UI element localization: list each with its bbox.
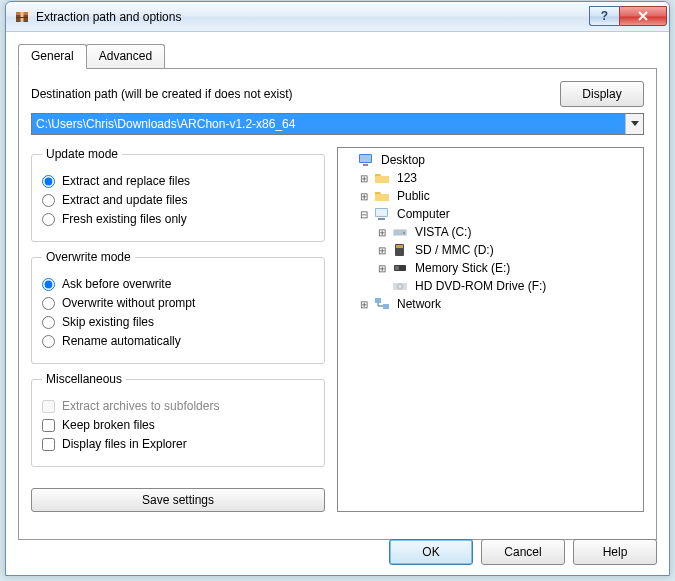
- chevron-down-icon: [631, 121, 639, 127]
- radio-extract-replace[interactable]: Extract and replace files: [42, 174, 314, 188]
- expand-icon[interactable]: ⊞: [358, 173, 369, 184]
- misc-legend: Miscellaneous: [42, 372, 126, 386]
- destination-input[interactable]: [32, 114, 625, 134]
- radio-overwrite-noprompt[interactable]: Overwrite without prompt: [42, 296, 314, 310]
- svg-point-12: [403, 232, 405, 234]
- memorystick-icon: [391, 260, 409, 276]
- radio-rename-auto[interactable]: Rename automatically: [42, 334, 314, 348]
- combo-dropdown-button[interactable]: [625, 114, 643, 134]
- tabstrip: General Advanced: [18, 44, 657, 68]
- sd-icon: [391, 242, 409, 258]
- expand-icon[interactable]: ⊞: [376, 263, 387, 274]
- titlebar-help-button[interactable]: ?: [589, 6, 619, 26]
- svg-rect-3: [16, 17, 28, 18]
- expand-icon[interactable]: ⊞: [358, 191, 369, 202]
- folder-tree[interactable]: Desktop ⊞ 123 ⊞ Public: [337, 147, 644, 512]
- overwrite-mode-legend: Overwrite mode: [42, 250, 135, 264]
- svg-rect-9: [378, 218, 385, 220]
- tree-node-drive-d[interactable]: ⊞ SD / MMC (D:): [340, 241, 641, 259]
- window-title: Extraction path and options: [36, 10, 589, 24]
- radio-extract-update[interactable]: Extract and update files: [42, 193, 314, 207]
- svg-rect-16: [395, 266, 399, 270]
- help-icon: ?: [601, 9, 608, 23]
- check-broken[interactable]: Keep broken files: [42, 418, 314, 432]
- svg-point-19: [399, 286, 401, 288]
- folder-icon: [373, 188, 391, 204]
- update-mode-group: Update mode Extract and replace files Ex…: [31, 147, 325, 242]
- radio-skip-existing[interactable]: Skip existing files: [42, 315, 314, 329]
- svg-rect-21: [383, 304, 389, 309]
- extraction-dialog: Extraction path and options ? General Ad…: [5, 1, 670, 576]
- check-subfolders: Extract archives to subfolders: [42, 399, 314, 413]
- network-icon: [373, 296, 391, 312]
- computer-icon: [373, 206, 391, 222]
- tree-node-public[interactable]: ⊞ Public: [340, 187, 641, 205]
- tab-general[interactable]: General: [18, 44, 87, 69]
- winrar-icon: [14, 9, 30, 25]
- svg-rect-20: [375, 298, 381, 303]
- desktop-icon: [357, 152, 375, 168]
- collapse-icon[interactable]: ⊟: [358, 209, 369, 220]
- close-icon: [637, 11, 649, 21]
- tree-node-drive-e[interactable]: ⊞ Memory Stick (E:): [340, 259, 641, 277]
- titlebar[interactable]: Extraction path and options ?: [6, 2, 669, 32]
- tree-node-computer[interactable]: ⊟ Computer: [340, 205, 641, 223]
- display-button[interactable]: Display: [560, 81, 644, 107]
- svg-rect-14: [396, 245, 403, 248]
- overwrite-mode-group: Overwrite mode Ask before overwrite Over…: [31, 250, 325, 364]
- tree-node-network[interactable]: ⊞ Network: [340, 295, 641, 313]
- expand-icon[interactable]: ⊞: [376, 227, 387, 238]
- tab-advanced[interactable]: Advanced: [86, 44, 165, 68]
- misc-group: Miscellaneous Extract archives to subfol…: [31, 372, 325, 467]
- destination-label: Destination path (will be created if doe…: [31, 87, 560, 101]
- cancel-button[interactable]: Cancel: [481, 539, 565, 565]
- help-button[interactable]: Help: [573, 539, 657, 565]
- check-explorer[interactable]: Display files in Explorer: [42, 437, 314, 451]
- update-mode-legend: Update mode: [42, 147, 122, 161]
- tree-node-drive-f[interactable]: HD DVD-ROM Drive (F:): [340, 277, 641, 295]
- radio-ask-overwrite[interactable]: Ask before overwrite: [42, 277, 314, 291]
- dialog-footer: OK Cancel Help: [389, 539, 657, 565]
- tree-node-123[interactable]: ⊞ 123: [340, 169, 641, 187]
- tree-node-desktop[interactable]: Desktop: [340, 151, 641, 169]
- expand-icon[interactable]: ⊞: [358, 299, 369, 310]
- tree-node-drive-c[interactable]: ⊞ VISTA (C:): [340, 223, 641, 241]
- hdd-icon: [391, 224, 409, 240]
- destination-combo[interactable]: [31, 113, 644, 135]
- svg-rect-6: [363, 164, 368, 166]
- dvd-icon: [391, 278, 409, 294]
- ok-button[interactable]: OK: [389, 539, 473, 565]
- tabpanel-general: Destination path (will be created if doe…: [18, 68, 657, 540]
- svg-rect-5: [360, 155, 371, 162]
- expand-icon[interactable]: ⊞: [376, 245, 387, 256]
- radio-fresh-existing[interactable]: Fresh existing files only: [42, 212, 314, 226]
- titlebar-close-button[interactable]: [619, 6, 667, 26]
- svg-rect-8: [376, 209, 387, 216]
- folder-icon: [373, 170, 391, 186]
- save-settings-button[interactable]: Save settings: [31, 488, 325, 512]
